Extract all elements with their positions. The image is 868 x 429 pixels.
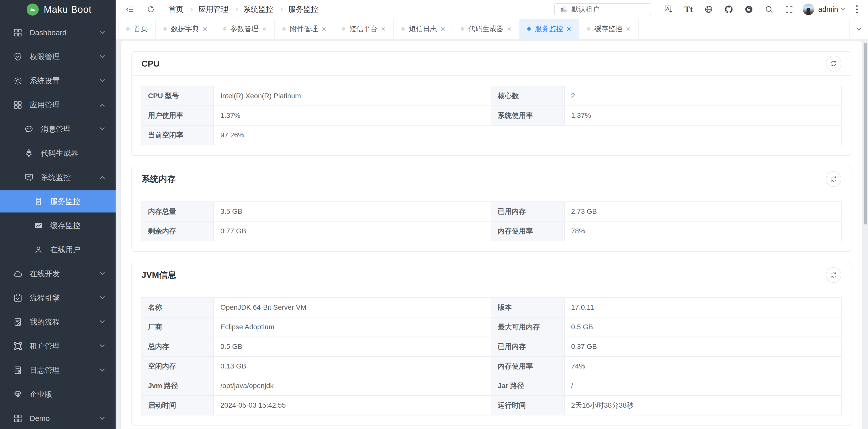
tab-home[interactable]: 首页	[118, 19, 156, 39]
sidebar-item-monitor[interactable]: 系统监控	[0, 166, 116, 188]
table-row: CPU 型号 Intel(R) Xeon(R) Platinum 核心数 2	[141, 86, 842, 106]
breadcrumb-separator-icon	[279, 7, 283, 11]
tab-service-monitor[interactable]: 服务监控 ×	[520, 19, 579, 39]
sidebar-item-permission[interactable]: 权限管理	[0, 46, 116, 68]
cell-value: 0.13 GB	[214, 356, 491, 376]
tab-cache-monitor[interactable]: 缓存监控 ×	[579, 19, 639, 39]
memory-refresh-button[interactable]	[826, 171, 841, 187]
memory-card: 系统内存 内存总量 3.5 GB 已用内存 2.73 GB	[131, 167, 851, 252]
tab-params[interactable]: 参数管理 ×	[215, 19, 275, 39]
cell-label: Jar 路径	[491, 376, 564, 396]
cell-value: 78%	[564, 221, 842, 241]
user-menu[interactable]: admin	[803, 3, 844, 15]
gitee-icon[interactable]	[739, 0, 759, 19]
cell-value: 2.73 GB	[564, 202, 842, 221]
sidebar-item-label: 系统设置	[30, 76, 60, 86]
tab-dot-icon	[126, 27, 130, 31]
chevron-down-icon	[100, 318, 105, 323]
tab-sms-platform[interactable]: 短信平台 ×	[334, 19, 394, 39]
log-icon	[13, 365, 23, 375]
cell-label: 内存使用率	[491, 356, 564, 376]
tab-dropdown-button[interactable]	[849, 19, 868, 39]
sidebar-item-cache-monitor[interactable]: 缓存监控	[0, 214, 116, 237]
cpu-card-body: CPU 型号 Intel(R) Xeon(R) Platinum 核心数 2 用…	[132, 76, 851, 155]
refresh-icon[interactable]	[144, 2, 158, 16]
cell-label: 版本	[491, 298, 564, 317]
chevron-down-icon	[100, 366, 105, 371]
breadcrumb-item[interactable]: 应用管理	[198, 4, 228, 14]
sidebar-item-label: 在线开发	[30, 269, 60, 279]
sidebar-item-my-workflow[interactable]: 我的流程	[0, 311, 116, 333]
breadcrumb: 首页 应用管理 系统监控 服务监控	[168, 4, 318, 14]
cell-value: 2	[564, 86, 842, 106]
tab-attachments[interactable]: 附件管理 ×	[275, 19, 334, 39]
chevron-down-icon	[857, 26, 861, 30]
memory-card-header: 系统内存	[132, 167, 851, 191]
tab-close-icon[interactable]: ×	[262, 25, 267, 33]
sidebar-collapse-icon[interactable]	[123, 2, 137, 16]
fullscreen-icon[interactable]	[779, 0, 799, 19]
avatar	[803, 3, 814, 15]
cell-label: 内存使用率	[491, 221, 564, 241]
sidebar-menu: Dashboard 权限管理 系统设置 应用管理 消息管理 代码生成器	[0, 19, 116, 429]
chevron-down-icon	[100, 77, 105, 82]
sidebar-item-enterprise[interactable]: 企业版	[0, 383, 116, 405]
chevron-down-icon	[100, 125, 105, 130]
scrollbar-thumb[interactable]	[864, 43, 867, 225]
sidebar-item-codegen[interactable]: 代码生成器	[0, 142, 116, 164]
sidebar-item-dashboard[interactable]: Dashboard	[0, 22, 116, 44]
kebab-menu-icon[interactable]	[852, 2, 862, 16]
shield-icon	[13, 52, 23, 62]
sidebar-item-workflow-engine[interactable]: 流程引擎	[0, 287, 116, 309]
sidebar-item-label: 系统监控	[41, 172, 71, 183]
sidebar-item-label: 应用管理	[30, 100, 60, 110]
content-area: CPU CPU 型号 Intel(R) Xeon(R) Platinum 核心数…	[116, 39, 868, 429]
tab-sms-log[interactable]: 短信日志 ×	[394, 19, 453, 39]
tab-close-icon[interactable]: ×	[203, 25, 207, 33]
tab-close-icon[interactable]: ×	[566, 25, 571, 33]
tab-dict[interactable]: 数据字典 ×	[156, 19, 215, 39]
sidebar-item-label: 在线用户	[50, 245, 81, 255]
sidebar-item-label: 流程引擎	[30, 293, 60, 303]
sidebar-item-demo[interactable]: Demo	[0, 407, 116, 429]
globe-icon[interactable]	[699, 0, 719, 19]
tenant-value: 默认租户	[571, 4, 599, 14]
cell-value: Eclipse Adoptium	[214, 317, 491, 337]
table-row: 内存总量 3.5 GB 已用内存 2.73 GB	[141, 202, 842, 221]
tab-close-icon[interactable]: ×	[507, 25, 512, 33]
tab-close-icon[interactable]: ×	[440, 25, 445, 33]
translate-icon[interactable]	[658, 0, 679, 19]
cell-value: 0.77 GB	[214, 221, 491, 241]
sidebar-item-settings[interactable]: 系统设置	[0, 70, 116, 92]
sidebar-item-logs[interactable]: 日志管理	[0, 359, 116, 381]
tab-close-icon[interactable]: ×	[321, 25, 326, 33]
sidebar-item-apps[interactable]: 应用管理	[0, 94, 116, 116]
tab-codegen[interactable]: 代码生成器 ×	[453, 19, 520, 39]
tab-close-icon[interactable]: ×	[626, 25, 631, 33]
cpu-refresh-button[interactable]	[826, 56, 841, 71]
chevron-down-icon	[841, 6, 845, 10]
jvm-refresh-button[interactable]	[826, 267, 841, 283]
sidebar-item-label: Demo	[30, 414, 50, 423]
sidebar-item-online-users[interactable]: 在线用户	[0, 239, 116, 261]
font-size-icon[interactable]: Tt	[679, 0, 699, 19]
app-logo[interactable]: Maku Boot	[0, 0, 116, 19]
sidebar-item-tenant[interactable]: 租户管理	[0, 335, 116, 357]
sidebar-item-message[interactable]: 消息管理	[0, 118, 116, 140]
server-icon	[34, 197, 43, 206]
github-icon[interactable]	[719, 0, 739, 19]
tenant-select[interactable]: 默认租户	[554, 3, 651, 15]
breadcrumb-item[interactable]: 系统监控	[243, 4, 273, 14]
sidebar-item-label: 日志管理	[30, 365, 60, 375]
search-icon[interactable]	[759, 0, 779, 19]
breadcrumb-item[interactable]: 首页	[168, 4, 183, 14]
tab-close-icon[interactable]: ×	[381, 25, 386, 33]
monitor-icon	[24, 172, 34, 182]
cell-value: 1.37%	[564, 106, 842, 125]
sidebar-item-service-monitor[interactable]: 服务监控	[0, 190, 116, 212]
cell-value: 74%	[564, 356, 842, 376]
table-row: 启动时间 2024-05-03 15:42:55 运行时间 2天16小时38分3…	[141, 396, 842, 415]
sidebar-item-online-dev[interactable]: 在线开发	[0, 263, 116, 285]
chevron-down-icon	[100, 53, 105, 58]
chevron-down-icon	[100, 294, 105, 299]
